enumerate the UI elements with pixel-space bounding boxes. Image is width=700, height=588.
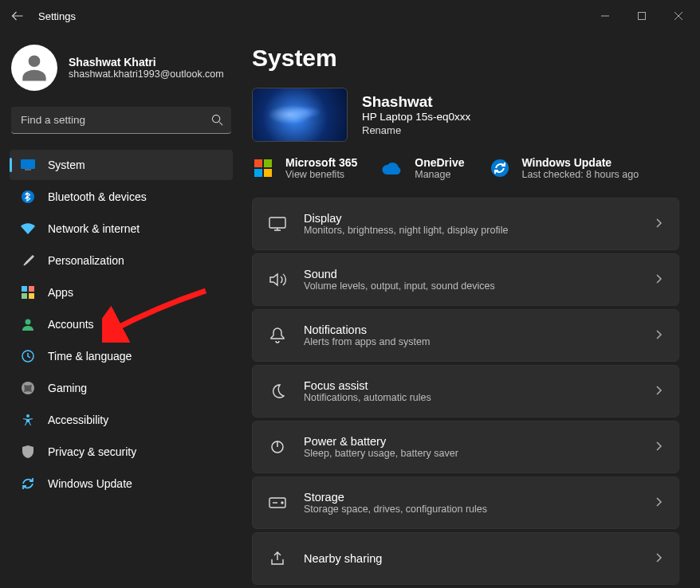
card-desc: Monitors, brightness, night light, displ… bbox=[304, 225, 639, 236]
avatar bbox=[11, 45, 57, 91]
search-field[interactable] bbox=[11, 107, 231, 134]
tile-sub: Manage bbox=[415, 169, 464, 180]
chevron-right-icon bbox=[656, 328, 663, 343]
card-nearby-sharing[interactable]: Nearby sharing bbox=[252, 532, 679, 585]
card-title: Nearby sharing bbox=[304, 552, 639, 565]
svg-rect-5 bbox=[22, 286, 27, 292]
device-model: HP Laptop 15s-eq0xxx bbox=[362, 111, 470, 123]
sidebar-item-label: Network & internet bbox=[48, 222, 140, 235]
card-title: Focus assist bbox=[304, 379, 639, 392]
sidebar-item-accessibility[interactable]: Accessibility bbox=[10, 405, 233, 435]
tile-title: Microsoft 365 bbox=[285, 156, 357, 169]
card-title: Power & battery bbox=[304, 435, 639, 448]
card-display[interactable]: DisplayMonitors, brightness, night light… bbox=[252, 198, 679, 250]
card-title: Notifications bbox=[304, 323, 639, 336]
sound-icon bbox=[269, 271, 286, 288]
sidebar-item-apps[interactable]: Apps bbox=[10, 277, 233, 308]
sidebar-item-windows-update[interactable]: Windows Update bbox=[10, 468, 233, 499]
chevron-right-icon bbox=[656, 496, 663, 510]
card-desc: Storage space, drives, configuration rul… bbox=[304, 504, 639, 515]
card-notifications[interactable]: NotificationsAlerts from apps and system bbox=[252, 309, 679, 362]
svg-rect-6 bbox=[29, 286, 34, 292]
tile-title: Windows Update bbox=[522, 156, 639, 169]
svg-rect-8 bbox=[29, 293, 34, 299]
person-icon bbox=[21, 317, 35, 331]
sidebar-item-label: Personalization bbox=[48, 254, 124, 267]
cloud-icon bbox=[381, 157, 403, 179]
device-name: Shashwat bbox=[362, 93, 470, 111]
card-sound[interactable]: SoundVolume levels, output, input, sound… bbox=[252, 253, 679, 306]
sidebar-item-label: Apps bbox=[48, 286, 73, 299]
card-title: Display bbox=[304, 212, 639, 225]
sidebar-item-personalization[interactable]: Personalization bbox=[10, 245, 233, 276]
tile-windows-update[interactable]: Windows UpdateLast checked: 8 hours ago bbox=[489, 156, 639, 180]
search-icon bbox=[211, 114, 223, 129]
tile-title: OneDrive bbox=[415, 156, 464, 169]
card-storage[interactable]: StorageStorage space, drives, configurat… bbox=[252, 476, 679, 529]
sidebar-item-time-language[interactable]: Time & language bbox=[10, 341, 233, 371]
card-power-battery[interactable]: Power & batterySleep, battery usage, bat… bbox=[252, 421, 679, 473]
main-panel: System Shashwat HP Laptop 15s-eq0xxx Ren… bbox=[242, 32, 700, 588]
power-icon bbox=[269, 438, 286, 456]
titlebar: Settings bbox=[0, 0, 700, 32]
card-desc: Sleep, battery usage, battery saver bbox=[304, 448, 639, 459]
tile-sub: Last checked: 8 hours ago bbox=[522, 169, 639, 180]
clock-icon bbox=[21, 349, 35, 363]
sidebar-item-label: Accessibility bbox=[48, 414, 108, 426]
rename-link[interactable]: Rename bbox=[362, 124, 470, 136]
card-desc: Volume levels, output, input, sound devi… bbox=[304, 280, 639, 292]
sidebar-item-bluetooth[interactable]: Bluetooth & devices bbox=[10, 182, 233, 212]
sidebar-item-label: Bluetooth & devices bbox=[48, 190, 147, 203]
brush-icon bbox=[21, 253, 35, 268]
sidebar-item-system[interactable]: System bbox=[10, 150, 233, 180]
m365-icon bbox=[252, 157, 274, 179]
status-tiles: Microsoft 365View benefits OneDriveManag… bbox=[252, 156, 679, 180]
tile-microsoft-365[interactable]: Microsoft 365View benefits bbox=[252, 156, 357, 180]
chevron-right-icon bbox=[656, 440, 663, 454]
shield-icon bbox=[21, 445, 35, 459]
sidebar-item-label: Privacy & security bbox=[48, 445, 136, 458]
bluetooth-icon bbox=[21, 190, 35, 204]
profile-block[interactable]: Shashwat Khatri shashwat.khatri1993@outl… bbox=[11, 45, 233, 91]
chevron-right-icon bbox=[656, 384, 663, 398]
card-desc: Notifications, automatic rules bbox=[304, 392, 639, 403]
maximize-button[interactable] bbox=[623, 3, 660, 29]
tile-onedrive[interactable]: OneDriveManage bbox=[381, 156, 464, 180]
svg-rect-7 bbox=[22, 293, 27, 299]
sidebar-item-label: System bbox=[48, 159, 85, 171]
tile-sub: View benefits bbox=[285, 169, 357, 180]
share-icon bbox=[269, 550, 286, 567]
svg-rect-2 bbox=[21, 159, 35, 169]
sidebar-item-network[interactable]: Network & internet bbox=[10, 214, 233, 244]
svg-rect-13 bbox=[254, 159, 262, 167]
display-icon bbox=[269, 215, 286, 233]
back-button[interactable] bbox=[3, 2, 32, 30]
wifi-icon bbox=[21, 221, 35, 236]
sidebar-item-label: Accounts bbox=[48, 318, 94, 331]
wallpaper-thumbnail bbox=[252, 88, 348, 142]
card-desc: Alerts from apps and system bbox=[304, 336, 639, 347]
card-title: Storage bbox=[304, 491, 639, 504]
sidebar-item-accounts[interactable]: Accounts bbox=[10, 309, 233, 339]
nav: System Bluetooth & devices Network & int… bbox=[10, 150, 233, 499]
sidebar-item-privacy[interactable]: Privacy & security bbox=[10, 437, 233, 467]
device-hero: Shashwat HP Laptop 15s-eq0xxx Rename bbox=[252, 88, 679, 142]
profile-name: Shashwat Khatri bbox=[69, 56, 224, 69]
bell-icon bbox=[269, 327, 286, 344]
svg-rect-18 bbox=[269, 218, 285, 228]
card-focus-assist[interactable]: Focus assistNotifications, automatic rul… bbox=[252, 365, 679, 417]
minimize-button[interactable] bbox=[587, 3, 623, 29]
drive-icon bbox=[269, 494, 286, 512]
sidebar-item-gaming[interactable]: Gaming bbox=[10, 373, 233, 403]
sync-icon bbox=[21, 476, 35, 491]
close-button[interactable] bbox=[660, 3, 697, 29]
settings-list: DisplayMonitors, brightness, night light… bbox=[252, 198, 679, 585]
accessibility-icon bbox=[21, 413, 35, 427]
svg-point-1 bbox=[212, 115, 219, 122]
sidebar-item-label: Time & language bbox=[48, 350, 132, 363]
svg-point-12 bbox=[26, 414, 29, 417]
search-input[interactable] bbox=[11, 107, 231, 134]
sidebar-item-label: Gaming bbox=[48, 382, 87, 394]
svg-rect-0 bbox=[639, 13, 646, 20]
svg-rect-14 bbox=[264, 159, 272, 167]
